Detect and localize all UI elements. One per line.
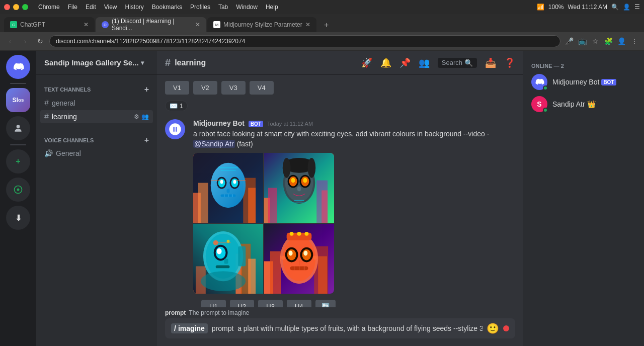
- prompt-label-bar: prompt The prompt to imagine: [165, 307, 515, 318]
- server-header[interactable]: Sandip Image Gallery Se... ▾: [36, 51, 157, 75]
- btn-v1-upper[interactable]: V1: [165, 81, 189, 95]
- menu-tab[interactable]: Tab: [218, 4, 228, 11]
- menu-bookmarks[interactable]: Bookmarks: [152, 4, 182, 11]
- voice-channels-label: VOICE CHANNELS: [44, 137, 94, 143]
- reaction-count: 1: [180, 102, 183, 110]
- inbox-icon[interactable]: 📥: [485, 57, 496, 68]
- menu-history[interactable]: History: [125, 4, 144, 11]
- member-name-sandip: Sandip Atr: [552, 100, 585, 108]
- slash-icon: /: [174, 324, 176, 332]
- chat-input-field[interactable]: [212, 324, 482, 332]
- download-apps-button[interactable]: ⬇: [6, 206, 30, 230]
- explore-servers-button[interactable]: [6, 178, 30, 202]
- btn-u3[interactable]: U3: [258, 300, 283, 307]
- url-input[interactable]: discord.com/channels/1128282250098778123…: [49, 35, 560, 47]
- reload-button[interactable]: ↻: [34, 35, 46, 47]
- channel-hash-icon: #: [44, 99, 49, 108]
- svg-point-38: [303, 178, 307, 183]
- emoji-picker-icon[interactable]: 🙂: [487, 322, 499, 334]
- add-channel-button[interactable]: +: [144, 85, 149, 94]
- tab-chatgpt[interactable]: G ChatGPT ✕: [4, 17, 95, 32]
- svg-rect-45: [248, 259, 256, 294]
- btn-u4[interactable]: U4: [287, 300, 311, 307]
- mention[interactable]: @Sandip Atr: [193, 140, 235, 148]
- members-icon[interactable]: 👥: [419, 57, 430, 68]
- text-channels-header[interactable]: TEXT CHANNELS +: [40, 83, 153, 96]
- cast-icon[interactable]: 📺: [577, 36, 588, 47]
- member-sandip[interactable]: S Sandip Atr 👑: [527, 93, 640, 115]
- server-home[interactable]: [6, 55, 30, 79]
- user-icon[interactable]: 👤: [623, 4, 630, 11]
- btn-refresh[interactable]: 🔄: [315, 300, 336, 307]
- channel-general[interactable]: # general: [40, 97, 153, 110]
- server-sandip[interactable]: SIGS: [6, 88, 30, 112]
- address-bar: ‹ › ↻ discord.com/channels/1128282250098…: [0, 32, 644, 50]
- text-channels-label: TEXT CHANNELS: [44, 86, 91, 93]
- btn-v3-upper[interactable]: V3: [221, 81, 246, 95]
- extensions-icon[interactable]: 🧩: [603, 36, 614, 47]
- svg-point-74: [289, 251, 293, 256]
- tab-midjourney[interactable]: M Midjourney Stylize Parameter ✕: [207, 17, 316, 32]
- menu-window[interactable]: Window: [236, 4, 258, 11]
- help-icon[interactable]: ❓: [504, 57, 515, 68]
- bookmark-icon[interactable]: ☆: [590, 36, 601, 47]
- tab-midjourney-close[interactable]: ✕: [305, 21, 310, 28]
- svg-point-32: [307, 158, 315, 178]
- menu-file[interactable]: File: [68, 4, 77, 11]
- member-status-sandip: [543, 108, 548, 113]
- server-other1[interactable]: [6, 116, 30, 140]
- btn-u1[interactable]: U1: [201, 300, 226, 307]
- profile-icon[interactable]: 👤: [616, 36, 627, 47]
- controls-icon[interactable]: ☰: [634, 4, 640, 11]
- member-info-mj: Midjourney Bot BOT: [552, 78, 616, 86]
- tab-bar: G ChatGPT ✕ D (1) Discord | #learning | …: [0, 14, 644, 32]
- menu-help[interactable]: Help: [266, 4, 278, 11]
- tab-chatgpt-close[interactable]: ✕: [84, 21, 89, 28]
- tab-discord-close[interactable]: ✕: [195, 21, 200, 28]
- more-icon[interactable]: ⋮: [629, 36, 640, 47]
- record-indicator: [503, 325, 509, 331]
- channel-title: learning: [175, 58, 206, 67]
- menu-edit[interactable]: Edit: [86, 4, 96, 11]
- titlebar-right: 📶 100% Wed 11:12 AM 🔍 👤 ☰: [537, 4, 640, 11]
- member-midjourney-bot[interactable]: Midjourney Bot BOT: [527, 71, 640, 93]
- upper-reactions: ✉️ 1: [157, 99, 523, 117]
- maximize-button[interactable]: [22, 4, 28, 10]
- back-button[interactable]: ‹: [4, 35, 16, 47]
- boost-icon[interactable]: 🚀: [361, 57, 372, 68]
- btn-u2[interactable]: U2: [230, 300, 255, 307]
- add-server-button[interactable]: +: [6, 149, 30, 174]
- forward-button[interactable]: ›: [19, 35, 31, 47]
- online-section-title: ONLINE — 2: [527, 59, 640, 71]
- voice-channel-general[interactable]: 🔊 General: [40, 147, 153, 159]
- member-status-mj: [543, 85, 548, 91]
- svg-rect-4: [198, 183, 208, 223]
- channel-learning[interactable]: # learning ⚙ 👥: [40, 110, 153, 123]
- grid-cell-4: [264, 224, 334, 294]
- close-button[interactable]: [4, 4, 10, 10]
- menu-chrome[interactable]: Chrome: [38, 4, 60, 11]
- svg-rect-54: [216, 266, 230, 269]
- server-divider-2: [10, 144, 26, 145]
- minimize-button[interactable]: [13, 4, 19, 10]
- message-header: Midjourney Bot BOT Today at 11:12 AM: [193, 119, 515, 127]
- svg-point-58: [201, 272, 246, 292]
- chevron-down-icon: ▾: [141, 59, 144, 66]
- tab-discord[interactable]: D (1) Discord | #learning | Sandi... ✕: [96, 17, 206, 32]
- pin-icon[interactable]: 📌: [399, 57, 411, 68]
- btn-v2-upper[interactable]: V2: [193, 81, 217, 95]
- search-bar[interactable]: Search 🔍: [438, 58, 477, 68]
- search-icon[interactable]: 🔍: [611, 4, 619, 11]
- channel-settings-icon[interactable]: ⚙: [134, 113, 139, 120]
- channel-members-icon[interactable]: 👥: [141, 113, 149, 120]
- notification-icon[interactable]: 🔔: [380, 57, 391, 68]
- btn-v4-upper[interactable]: V4: [250, 81, 274, 95]
- menu-view[interactable]: View: [104, 4, 117, 11]
- microphone-icon[interactable]: 🎤: [564, 36, 575, 47]
- upper-reaction[interactable]: ✉️ 1: [165, 101, 188, 111]
- add-voice-channel-button[interactable]: +: [144, 136, 149, 145]
- menu-profiles[interactable]: Profiles: [190, 4, 210, 11]
- voice-channels-header[interactable]: VOICE CHANNELS +: [40, 134, 153, 147]
- generated-image-grid[interactable]: [193, 153, 334, 294]
- new-tab-button[interactable]: +: [319, 18, 334, 32]
